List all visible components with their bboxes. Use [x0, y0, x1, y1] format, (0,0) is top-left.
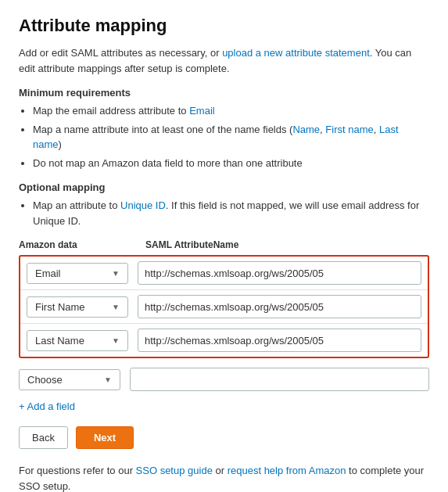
email-dropdown[interactable]: Email ▼ [27, 263, 128, 284]
col-header-saml: SAML AttributeName [145, 239, 429, 250]
col-header-amazon: Amazon data [19, 239, 136, 250]
page-title: Attribute mapping [19, 16, 429, 36]
min-requirements-section: Minimum requirements Map the email addre… [19, 87, 429, 171]
table-row: First Name ▼ [20, 290, 428, 324]
unique-id-link[interactable]: Unique ID [120, 199, 166, 211]
lastname-dropdown[interactable]: Last Name ▼ [27, 330, 128, 351]
min-req-item-2: Map a name attribute into at least one o… [33, 122, 429, 153]
min-requirements-list: Map the email address attribute to Email… [19, 103, 429, 171]
footer-text: For questions refer to our SSO setup gui… [19, 463, 429, 492]
chevron-down-icon: ▼ [112, 336, 120, 345]
intro-paragraph: Add or edit SAML attributes as necessary… [19, 45, 429, 76]
min-requirements-heading: Minimum requirements [19, 87, 429, 99]
required-rows-container: Email ▼ First Name ▼ Last Name ▼ [19, 255, 429, 358]
optional-mapping-section: Optional mapping Map an attribute to Uni… [19, 181, 429, 228]
firstname-saml-input[interactable] [138, 295, 421, 318]
chevron-down-icon: ▼ [104, 375, 112, 384]
chevron-down-icon: ▼ [112, 269, 120, 278]
choose-dropdown-label: Choose [27, 374, 63, 386]
firstname-dropdown[interactable]: First Name ▼ [27, 296, 128, 318]
footer-text-before: For questions refer to our [19, 465, 136, 476]
add-field-link[interactable]: + Add a field [19, 400, 75, 412]
lastname-saml-input[interactable] [138, 329, 421, 352]
amazon-help-link[interactable]: request help from Amazon [228, 465, 346, 476]
intro-text-before: Add or edit SAML attributes as necessary… [19, 47, 222, 59]
optional-mapping-list: Map an attribute to Unique ID. If this f… [19, 198, 429, 228]
table-headers: Amazon data SAML AttributeName [19, 239, 429, 250]
email-link[interactable]: Email [189, 105, 215, 117]
choose-saml-input[interactable] [130, 368, 429, 391]
firstname-dropdown-label: First Name [35, 301, 85, 313]
back-button[interactable]: Back [19, 426, 68, 449]
next-button[interactable]: Next [76, 426, 134, 449]
name-link[interactable]: Name [292, 124, 320, 135]
min-req-item-1: Map the email address attribute to Email [33, 103, 429, 119]
sso-guide-link[interactable]: SSO setup guide [136, 465, 213, 476]
firstname-link[interactable]: First name [325, 124, 373, 135]
optional-mapping-item-1: Map an attribute to Unique ID. If this f… [33, 198, 429, 228]
table-row: Last Name ▼ [20, 324, 428, 357]
chevron-down-icon: ▼ [112, 303, 120, 311]
choose-dropdown[interactable]: Choose ▼ [19, 369, 120, 390]
table-row: Email ▼ [20, 257, 428, 290]
upload-attribute-link[interactable]: upload a new attribute statement [222, 47, 370, 59]
lastname-dropdown-label: Last Name [35, 335, 84, 347]
optional-mapping-row: Choose ▼ [19, 365, 429, 394]
button-row: Back Next [19, 426, 429, 449]
optional-mapping-heading: Optional mapping [19, 181, 429, 193]
min-req-item-3: Do not map an Amazon data field to more … [33, 156, 429, 171]
email-dropdown-label: Email [35, 268, 61, 279]
email-saml-input[interactable] [138, 261, 421, 285]
footer-text-middle: or [213, 465, 228, 476]
